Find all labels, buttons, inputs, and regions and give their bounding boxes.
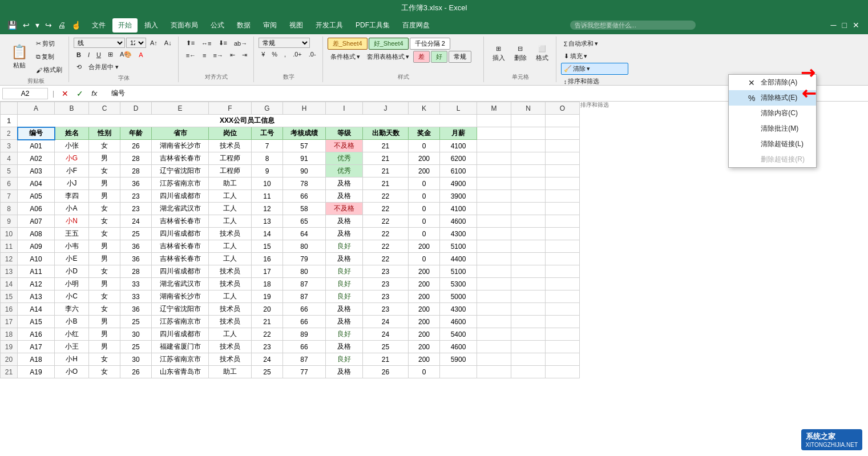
corner-header[interactable] xyxy=(1,102,18,115)
table-cell[interactable]: 200 xyxy=(409,165,440,177)
table-cell[interactable]: 22 xyxy=(363,240,409,253)
menu-clear-hyperlink[interactable]: 清除超链接(L) xyxy=(729,136,816,152)
table-cell[interactable]: 女 xyxy=(89,366,120,378)
table-cell[interactable]: 优秀 xyxy=(326,165,363,177)
menu-review[interactable]: 审阅 xyxy=(257,18,282,33)
menu-pdf[interactable]: PDF工具集 xyxy=(350,18,395,33)
table-cell[interactable]: 4100 xyxy=(440,203,477,215)
table-cell[interactable]: 200 xyxy=(409,265,440,278)
header-cell-7[interactable]: 考核成绩 xyxy=(283,127,326,140)
empty-cell[interactable] xyxy=(477,341,511,353)
table-cell[interactable]: 4300 xyxy=(440,303,477,316)
insert-function-button[interactable]: fx xyxy=(88,87,100,99)
align-bottom-button[interactable]: ⬇≡ xyxy=(216,38,230,49)
table-cell[interactable]: 20 xyxy=(252,303,283,316)
row-header-7[interactable]: 7 xyxy=(1,190,18,203)
table-cell[interactable]: 女 xyxy=(89,290,120,303)
table-cell[interactable]: 小F xyxy=(55,165,89,177)
table-cell[interactable]: 男 xyxy=(89,341,120,353)
table-cell[interactable]: 良好 xyxy=(326,353,363,366)
indent-inc-button[interactable]: ⇥ xyxy=(239,50,250,60)
table-cell[interactable]: 5300 xyxy=(440,278,477,290)
table-cell[interactable]: 女 xyxy=(89,215,120,228)
empty-cell[interactable] xyxy=(546,115,580,127)
font-size-selector[interactable]: 12 10 14 xyxy=(126,38,146,48)
row-header-1[interactable]: 1 xyxy=(1,115,18,127)
col-header-e[interactable]: E xyxy=(152,102,209,115)
table-cell[interactable]: 21 xyxy=(363,140,409,152)
table-cell[interactable]: 4600 xyxy=(440,341,477,353)
empty-cell[interactable] xyxy=(546,265,580,278)
table-cell[interactable]: 24 xyxy=(120,215,152,228)
table-cell[interactable]: 小张 xyxy=(55,140,89,152)
table-cell[interactable]: 22 xyxy=(252,328,283,341)
table-cell[interactable]: 28 xyxy=(120,265,152,278)
table-cell[interactable]: 4600 xyxy=(440,316,477,328)
empty-cell[interactable] xyxy=(477,265,511,278)
table-cell[interactable]: 6200 xyxy=(440,152,477,165)
table-cell[interactable]: 山东省青岛市 xyxy=(152,366,209,378)
align-mid-button[interactable]: ↔≡ xyxy=(199,38,214,49)
table-cell[interactable]: 小C xyxy=(55,290,89,303)
empty-cell[interactable] xyxy=(477,140,511,152)
minimize-button[interactable]: ─ xyxy=(829,19,838,31)
empty-cell[interactable] xyxy=(477,127,511,140)
empty-cell[interactable] xyxy=(477,228,511,240)
table-cell[interactable]: 优秀 xyxy=(326,152,363,165)
header-cell-2[interactable]: 性别 xyxy=(89,127,120,140)
table-cell[interactable]: 工人 xyxy=(209,203,252,215)
row-header-10[interactable]: 10 xyxy=(1,228,18,240)
row-header-19[interactable]: 19 xyxy=(1,341,18,353)
col-header-c[interactable]: C xyxy=(89,102,120,115)
table-cell[interactable] xyxy=(440,366,477,378)
empty-cell[interactable] xyxy=(477,278,511,290)
table-cell[interactable]: 23 xyxy=(363,290,409,303)
table-cell[interactable]: A06 xyxy=(18,203,55,215)
menu-home[interactable]: 开始 xyxy=(112,18,138,33)
empty-cell[interactable] xyxy=(511,228,546,240)
table-cell[interactable]: 24 xyxy=(363,328,409,341)
font-grow-button[interactable]: A↑ xyxy=(147,38,160,48)
table-cell[interactable]: 技术员 xyxy=(209,140,252,152)
table-cell[interactable]: 湖北省武汉市 xyxy=(152,203,209,215)
table-cell[interactable]: 15 xyxy=(252,240,283,253)
table-cell[interactable]: 女 xyxy=(89,303,120,316)
empty-cell[interactable] xyxy=(511,165,546,177)
table-cell[interactable]: 女 xyxy=(89,265,120,278)
table-cell[interactable]: 3900 xyxy=(440,190,477,203)
menu-formula[interactable]: 公式 xyxy=(205,18,230,33)
empty-cell[interactable] xyxy=(511,127,546,140)
empty-cell[interactable] xyxy=(477,316,511,328)
empty-cell[interactable] xyxy=(511,316,546,328)
empty-cell[interactable] xyxy=(546,240,580,253)
menu-clear-comment[interactable]: 清除批注(M) xyxy=(729,121,816,136)
table-cell[interactable]: 6100 xyxy=(440,165,477,177)
empty-cell[interactable] xyxy=(546,366,580,378)
empty-cell[interactable] xyxy=(511,353,546,366)
table-cell[interactable]: 80 xyxy=(283,265,326,278)
row-header-3[interactable]: 3 xyxy=(1,140,18,152)
indent-dec-button[interactable]: ⇤ xyxy=(227,50,238,60)
table-cell[interactable]: 23 xyxy=(363,278,409,290)
insert-cell-button[interactable]: ⊞ 插入 xyxy=(488,38,509,70)
table-cell[interactable]: 吉林省长春市 xyxy=(152,152,209,165)
table-cell[interactable]: 65 xyxy=(283,215,326,228)
row-header-11[interactable]: 11 xyxy=(1,240,18,253)
table-cell[interactable]: 21 xyxy=(363,152,409,165)
save-qat-button[interactable]: 💾 xyxy=(6,19,19,31)
cut-button[interactable]: ✂ 剪切 xyxy=(33,38,65,50)
col-header-o[interactable]: O xyxy=(546,102,580,115)
menu-page-layout[interactable]: 页面布局 xyxy=(165,18,204,33)
align-left-button[interactable]: ≡← xyxy=(183,50,199,60)
table-cell[interactable]: 200 xyxy=(409,240,440,253)
table-cell[interactable]: A18 xyxy=(18,353,55,366)
table-cell[interactable]: 吉林省长春市 xyxy=(152,215,209,228)
table-cell[interactable]: 16 xyxy=(252,253,283,265)
col-header-d[interactable]: D xyxy=(120,102,152,115)
table-cell[interactable]: 78 xyxy=(283,177,326,190)
table-cell[interactable]: 21 xyxy=(363,177,409,190)
table-cell[interactable]: 不及格 xyxy=(326,203,363,215)
empty-cell[interactable] xyxy=(477,303,511,316)
empty-cell[interactable] xyxy=(511,366,546,378)
table-cell[interactable]: 77 xyxy=(283,366,326,378)
